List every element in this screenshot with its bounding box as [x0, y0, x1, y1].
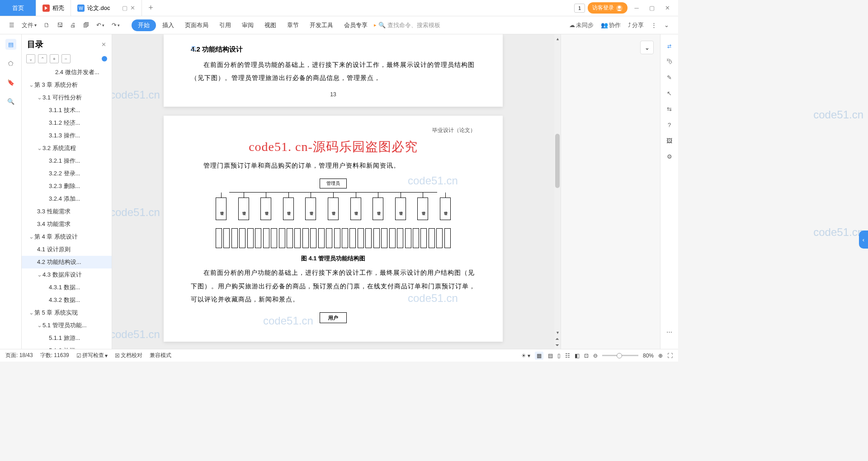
toc-item[interactable]: 3.2.2 登录... [22, 167, 112, 180]
outline-icon[interactable]: ▤ [5, 39, 16, 50]
new-tab-button[interactable]: + [142, 3, 160, 13]
scroll-thumb[interactable] [555, 134, 560, 188]
toc-item[interactable]: 5.1.1 旅游... [22, 332, 112, 344]
toc-item[interactable]: 4.2 功能结构设... [22, 256, 112, 268]
notification-badge[interactable]: 1 [574, 4, 585, 13]
vscrollbar[interactable]: ▴ ▾ ⏶ ⏷ [554, 34, 561, 349]
proofread-button[interactable]: ☒ 文档校对 [115, 352, 142, 359]
guest-login-button[interactable]: 访客登录 [588, 2, 627, 14]
sync-button[interactable]: ☁ 未同步 [566, 19, 596, 31]
scroll-nextpage-icon[interactable]: ⏷ [554, 342, 561, 348]
preview-icon[interactable]: 🗐 [80, 20, 92, 30]
toc-list[interactable]: 2.4 微信并发者...⌄第 3 章 系统分析⌄3.1 可行性分析3.1.1 技… [22, 66, 112, 349]
compat-mode[interactable]: 兼容模式 [150, 352, 171, 359]
find-icon[interactable]: 🔍 [5, 96, 16, 107]
tool-image-icon[interactable]: 🖼 [666, 137, 672, 144]
toc-item[interactable]: ⌄3.2 系统流程 [22, 142, 112, 155]
toc-item[interactable]: 5.1.2 旅游... [22, 344, 112, 349]
bookmark-icon[interactable]: 🔖 [5, 77, 16, 88]
maximize-button[interactable]: ▢ [646, 2, 658, 14]
minimize-button[interactable]: ─ [630, 2, 643, 14]
file-menu[interactable]: 文件 ▾ [19, 19, 39, 31]
tab-document[interactable]: W 论文.doc ▢ ✕ [71, 0, 142, 16]
collab-button[interactable]: 👥 协作 [598, 19, 623, 31]
toc-item[interactable]: 4.3.1 数据... [22, 281, 112, 294]
status-page[interactable]: 页面: 18/43 [5, 352, 33, 359]
toc-item[interactable]: ⌄第 3 章 系统分析 [22, 79, 112, 91]
tab-dual-icon[interactable]: ▢ [122, 5, 127, 11]
share-button[interactable]: ⤴ 分享 [625, 19, 646, 31]
spellcheck-button[interactable]: ☑ 拼写检查 ▾ [76, 352, 108, 359]
tab-view[interactable]: 视图 [260, 19, 281, 31]
shape-icon[interactable]: ⬠ [5, 58, 16, 69]
tab-review[interactable]: 审阅 [237, 19, 258, 31]
brightness-icon[interactable]: ☀ ▾ [521, 353, 530, 359]
status-words[interactable]: 字数: 11639 [40, 352, 69, 359]
toc-item[interactable]: ⌄5.1 管理员功能... [22, 319, 112, 332]
tool-more-icon[interactable]: ⋯ [666, 329, 672, 335]
tab-insert[interactable]: 插入 [158, 19, 179, 31]
scroll-up-icon[interactable]: ▴ [554, 35, 561, 42]
panel-collapse-icon[interactable]: ⌄ [640, 41, 654, 54]
tool-arrow-icon[interactable]: ⇄ [667, 43, 671, 49]
fullscreen-icon[interactable]: ⛶ [667, 353, 673, 359]
tool-cursor-icon[interactable]: ↖ [667, 90, 672, 97]
tool-help-icon[interactable]: ? [668, 122, 671, 128]
toc-item[interactable]: ⌄3.1 可行性分析 [22, 91, 112, 104]
view-page-icon[interactable]: ▦ [535, 352, 543, 360]
toc-item[interactable]: 3.4 功能需求 [22, 218, 112, 230]
tab-section[interactable]: 章节 [283, 19, 303, 31]
toc-item[interactable]: ⌄第 5 章 系统实现 [22, 306, 112, 319]
toc-item[interactable]: 3.1.3 操作... [22, 129, 112, 142]
zoom-fit-icon[interactable]: ⊡ [584, 353, 589, 359]
toc-item[interactable]: 4.3.2 数据... [22, 294, 112, 306]
tool-minus-icon[interactable]: − [61, 54, 71, 63]
toc-close-icon[interactable]: ✕ [101, 41, 106, 48]
zoom-out-icon[interactable]: ⊖ [593, 353, 598, 359]
view-read-icon[interactable]: ▯ [557, 353, 561, 359]
scroll-down-icon[interactable]: ▾ [554, 329, 561, 335]
more-icon[interactable]: ⋮ [648, 20, 660, 30]
toc-item[interactable]: 3.2.1 操作... [22, 155, 112, 167]
save-icon[interactable]: 🖫 [54, 20, 66, 30]
menu-icon[interactable]: ☰ [6, 20, 17, 30]
tab-daoke[interactable]: 稻壳 [36, 0, 71, 16]
tool-rocket-icon[interactable]: ⮷ [666, 58, 672, 65]
new-icon[interactable]: 🗋 [41, 20, 52, 30]
toc-item[interactable]: 3.2.3 删除... [22, 180, 112, 193]
toc-item[interactable]: 4.1 设计原则 [22, 243, 112, 256]
tab-close-icon[interactable]: ✕ [130, 5, 135, 11]
tab-layout[interactable]: 页面布局 [180, 19, 213, 31]
page-ai-icon[interactable]: 🗒 [191, 45, 197, 52]
tab-devtools[interactable]: 开发工具 [305, 19, 338, 31]
view-web-icon[interactable]: ☷ [565, 353, 570, 359]
tab-member[interactable]: 会员专享 [340, 19, 372, 31]
tool-collapse-icon[interactable]: ⌄ [26, 54, 35, 63]
tool-settings-icon[interactable]: ⇆ [667, 106, 672, 113]
tool-expand-icon[interactable]: ⌃ [38, 54, 47, 63]
document-viewport[interactable]: code51.cn code51.cn code51.cn 🗒 code51.c… [112, 34, 554, 349]
view-outline-icon[interactable]: ▤ [548, 353, 553, 359]
zoom-level[interactable]: 80% [643, 353, 654, 359]
toc-item[interactable]: 2.4 微信并发者... [22, 66, 112, 79]
tab-start[interactable]: 开始 [132, 19, 156, 31]
toc-item[interactable]: ⌄4.3 数据库设计 [22, 268, 112, 281]
redo-icon[interactable]: ↷ ▾ [109, 20, 123, 30]
tab-home[interactable]: 首页 [0, 0, 36, 16]
toc-item[interactable]: 3.3 性能需求 [22, 205, 112, 218]
print-icon[interactable]: 🖨 [67, 20, 79, 30]
view-focus-icon[interactable]: ◧ [575, 353, 580, 359]
tool-gear-icon[interactable]: ⚙ [667, 153, 672, 160]
tab-reference[interactable]: 引用 [215, 19, 236, 31]
toc-item[interactable]: 3.1.1 技术... [22, 104, 112, 117]
more-arrow-icon[interactable]: ▸ [374, 22, 377, 28]
undo-icon[interactable]: ↶ ▾ [94, 20, 107, 30]
scroll-prevpage-icon[interactable]: ⏶ [554, 335, 561, 342]
tool-plus-icon[interactable]: + [50, 54, 59, 63]
command-search[interactable]: 🔍 查找命令、搜索模板 [378, 21, 440, 29]
tool-sync-icon[interactable] [102, 56, 107, 61]
zoom-slider[interactable] [602, 355, 638, 356]
close-button[interactable]: ✕ [661, 2, 674, 14]
tool-pen-icon[interactable]: ✎ [667, 74, 672, 81]
collapse-ribbon-icon[interactable]: ⌄ [661, 20, 672, 30]
